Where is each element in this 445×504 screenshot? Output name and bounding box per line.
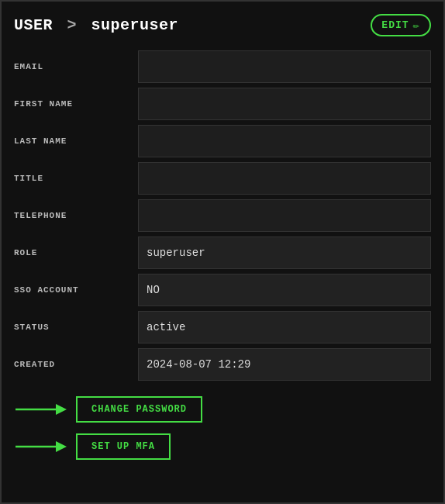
value-created: 2024-08-07 12:29 bbox=[138, 348, 431, 381]
actions-section: CHANGE PASSWORD SET UP MFA bbox=[14, 396, 431, 460]
value-last-name bbox=[138, 125, 431, 157]
field-row-telephone: TELEPHONE bbox=[14, 199, 431, 232]
field-row-sso-account: SSO ACCOUNT NO bbox=[14, 274, 431, 306]
separator: > bbox=[67, 16, 87, 34]
breadcrumb-user: USER bbox=[14, 16, 53, 34]
label-title: TITLE bbox=[14, 162, 138, 195]
value-first-name bbox=[138, 88, 431, 120]
field-row-title: TITLE bbox=[14, 162, 431, 195]
label-role: ROLE bbox=[14, 236, 138, 269]
change-password-label: CHANGE PASSWORD bbox=[91, 404, 187, 415]
field-row-status: STATUS active bbox=[14, 311, 431, 343]
fields-container: EMAIL FIRST NAME LAST NAME TITLE TELEPHO… bbox=[14, 50, 431, 381]
username-title: superuser bbox=[91, 16, 179, 34]
change-password-button[interactable]: CHANGE PASSWORD bbox=[76, 396, 202, 423]
header-row: USER > superuser EDIT ✏ bbox=[14, 14, 431, 36]
edit-label: EDIT bbox=[381, 19, 409, 31]
field-row-last-name: LAST NAME bbox=[14, 125, 431, 157]
set-up-mfa-label: SET UP MFA bbox=[91, 441, 155, 452]
label-first-name: FIRST NAME bbox=[14, 88, 138, 120]
field-row-created: CREATED 2024-08-07 12:29 bbox=[14, 348, 431, 381]
arrow-change-password bbox=[14, 400, 68, 419]
label-last-name: LAST NAME bbox=[14, 125, 138, 157]
value-sso-account: NO bbox=[138, 274, 431, 306]
value-email bbox=[138, 50, 431, 83]
set-up-mfa-button[interactable]: SET UP MFA bbox=[76, 433, 171, 460]
page-container: USER > superuser EDIT ✏ EMAIL FIRST NAME… bbox=[0, 0, 445, 504]
action-row-set-up-mfa: SET UP MFA bbox=[14, 433, 431, 460]
label-email: EMAIL bbox=[14, 50, 138, 83]
arrow-svg-change-password bbox=[14, 400, 68, 419]
field-row-email: EMAIL bbox=[14, 50, 431, 83]
label-status: STATUS bbox=[14, 311, 138, 343]
field-row-first-name: FIRST NAME bbox=[14, 88, 431, 120]
arrow-set-up-mfa bbox=[14, 437, 68, 456]
page-title: USER > superuser bbox=[14, 16, 178, 34]
svg-marker-1 bbox=[56, 404, 67, 415]
label-created: CREATED bbox=[14, 348, 138, 381]
arrow-svg-mfa bbox=[14, 437, 68, 456]
svg-marker-3 bbox=[56, 441, 67, 452]
field-row-role: ROLE superuser bbox=[14, 236, 431, 269]
label-telephone: TELEPHONE bbox=[14, 199, 138, 232]
pencil-icon: ✏ bbox=[413, 19, 420, 32]
value-telephone bbox=[138, 199, 431, 232]
label-sso-account: SSO ACCOUNT bbox=[14, 274, 138, 306]
value-title bbox=[138, 162, 431, 195]
action-row-change-password: CHANGE PASSWORD bbox=[14, 396, 431, 423]
value-status: active bbox=[138, 311, 431, 343]
value-role: superuser bbox=[138, 236, 431, 269]
edit-button[interactable]: EDIT ✏ bbox=[371, 14, 431, 36]
